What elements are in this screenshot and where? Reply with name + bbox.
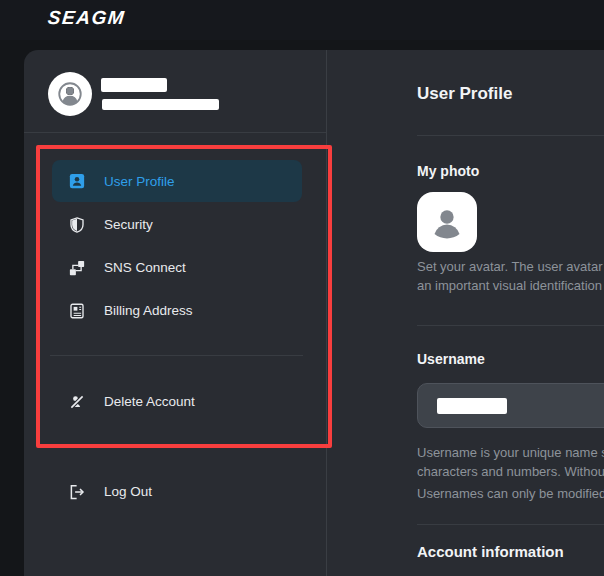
redacted-username-value	[437, 398, 507, 414]
username-heading: Username	[417, 351, 604, 368]
account-information-heading: Account information	[417, 543, 604, 560]
account-settings-card: User Profile Security	[24, 50, 604, 576]
sidebar-item-label: Billing Address	[104, 303, 193, 318]
sidebar-item-label: SNS Connect	[104, 260, 186, 275]
section-divider	[417, 524, 604, 525]
username-description-line2: characters and numbers. Without	[417, 462, 604, 481]
sidebar-item-user-profile[interactable]: User Profile	[52, 160, 302, 202]
redacted-username-text	[101, 78, 167, 92]
sidebar-divider	[50, 445, 303, 446]
sidebar-item-billing-address[interactable]: Billing Address	[24, 289, 326, 332]
sidebar-user-header	[24, 50, 326, 133]
sidebar-item-label: Security	[104, 217, 153, 232]
photo-description-line2: an important visual identification f	[417, 276, 604, 295]
user-badge-icon	[68, 172, 86, 190]
user-profile-panel: User Profile My photo Set your avatar. T…	[327, 50, 604, 576]
network-nodes-icon	[68, 259, 86, 277]
sidebar-item-label: User Profile	[104, 174, 175, 189]
sidebar-item-security[interactable]: Security	[24, 203, 326, 246]
log-out-icon	[68, 483, 86, 501]
user-avatar[interactable]	[48, 72, 92, 116]
top-bar: SEAGM	[0, 0, 604, 40]
sidebar-item-sns-connect[interactable]: SNS Connect	[24, 246, 326, 289]
sidebar-item-delete-account[interactable]: Delete Account	[24, 380, 326, 423]
my-photo-heading: My photo	[417, 163, 604, 180]
redacted-email-text	[102, 99, 219, 110]
seagm-account-page: { "topbar": { "logo": "SEAGM" }, "sideba…	[0, 0, 604, 576]
shield-icon	[68, 216, 86, 234]
username-description-line1: Username is your unique name sh	[417, 443, 604, 462]
username-description-line3: Usernames can only be modified o	[417, 484, 604, 503]
account-sidebar: User Profile Security	[24, 50, 327, 576]
sidebar-item-log-out[interactable]: Log Out	[24, 470, 326, 513]
section-divider	[417, 325, 604, 326]
seagm-logo[interactable]: SEAGM	[47, 7, 126, 29]
person-icon	[427, 202, 467, 242]
sidebar-divider	[50, 355, 303, 356]
photo-description-line1: Set your avatar. The user avatar wi	[417, 257, 604, 276]
sidebar-menu: User Profile Security	[24, 133, 326, 513]
person-icon	[56, 80, 84, 108]
section-divider	[417, 135, 604, 136]
sidebar-item-label: Delete Account	[104, 394, 195, 409]
page-title: User Profile	[417, 83, 604, 105]
profile-photo[interactable]	[417, 192, 477, 252]
sidebar-item-label: Log Out	[104, 484, 152, 499]
billing-icon	[68, 302, 86, 320]
username-input[interactable]	[417, 383, 604, 428]
person-slash-icon	[68, 393, 86, 411]
